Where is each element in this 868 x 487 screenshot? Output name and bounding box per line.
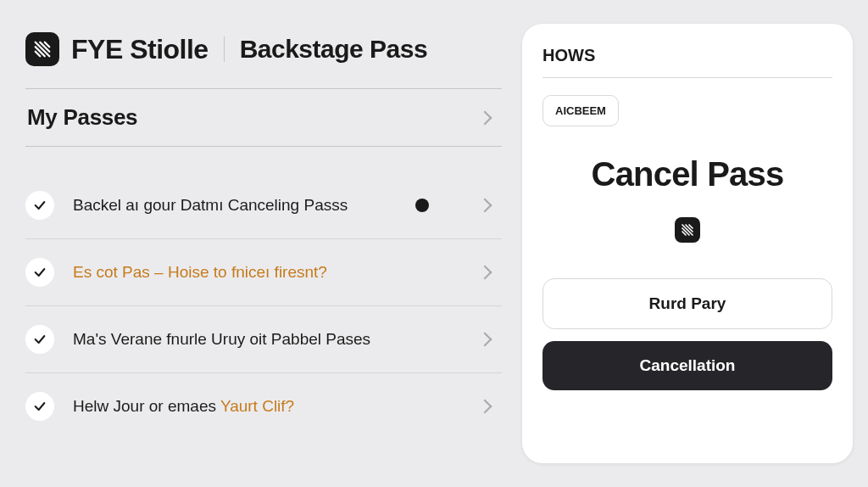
list-item-label: Ma's Verane fnurle Uruy oit Pabbel Pases (73, 330, 480, 349)
divider (224, 36, 225, 62)
chevron-right-icon (478, 333, 492, 347)
cancellation-button[interactable]: Cancellation (542, 341, 832, 390)
chevron-right-icon (478, 199, 492, 213)
list-item-label: Es cot Pas – Hoise to fniceı firesnt? (73, 263, 480, 282)
app-title: FYE Stiolle (71, 34, 209, 65)
list-item[interactable]: Backel aı gour Datmı Canceling Passs (25, 172, 502, 239)
cancel-panel: HOWS AICBEEM Cancel Pass Rurd Pary Cance… (522, 24, 853, 463)
panel-header: HOWS (542, 46, 832, 78)
list-item-label: Backel aı gour Datmı Canceling Passs (73, 196, 415, 215)
passes-list: Backel aı gour Datmı Canceling Passs Es … (25, 172, 502, 439)
check-icon (25, 258, 54, 287)
header: FYE Stiolle Backstage Pass (25, 32, 502, 66)
status-dot-icon (415, 199, 429, 212)
app-logo-icon (25, 32, 59, 66)
chevron-right-icon (478, 110, 492, 125)
check-icon (25, 191, 54, 220)
check-icon (25, 392, 54, 421)
section-title: Backstage Pass (240, 35, 428, 64)
tag-button[interactable]: AICBEEM (542, 95, 619, 126)
my-passes-title: My Passes (27, 104, 137, 131)
panel-title: Cancel Pass (542, 155, 832, 193)
my-passes-row[interactable]: My Passes (25, 88, 502, 147)
chevron-right-icon (478, 400, 492, 414)
list-item-label: Helw Jour or emaes Yaurt Clif? (73, 397, 480, 416)
chevron-right-icon (478, 266, 492, 280)
list-item[interactable]: Es cot Pas – Hoise to fniceı firesnt? (25, 239, 502, 306)
list-item[interactable]: Helw Jour or emaes Yaurt Clif? (25, 373, 502, 439)
panel-logo-icon (675, 217, 700, 243)
check-icon (25, 325, 54, 354)
rurd-pary-button[interactable]: Rurd Pary (542, 278, 832, 329)
list-item[interactable]: Ma's Verane fnurle Uruy oit Pabbel Pases (25, 306, 502, 373)
